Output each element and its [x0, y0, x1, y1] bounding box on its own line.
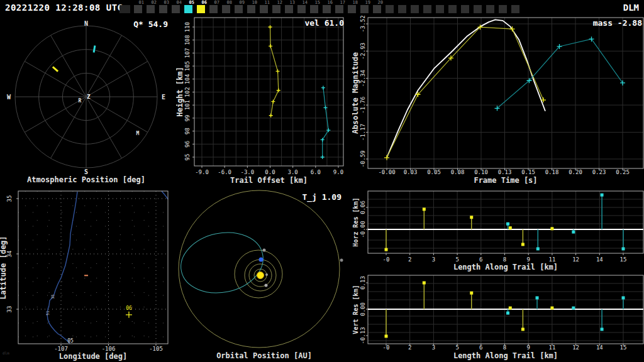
- y-tick-label: -1.17: [360, 124, 366, 141]
- camera-slot-10[interactable]: [247, 5, 255, 13]
- camera-slot-19[interactable]: [360, 5, 369, 13]
- camera-slot-08[interactable]: [222, 5, 230, 13]
- atmospheric-position-chart: NESWZRMQ* 54.9Atmospheric Position [deg]: [0, 16, 176, 189]
- series-site-05: [497, 39, 623, 108]
- x-tick-label: 0.18: [545, 169, 559, 175]
- camera-slot-blank[interactable]: [499, 5, 507, 13]
- camera-slot-11[interactable]: [260, 5, 268, 13]
- camera-slot-07[interactable]: [209, 5, 218, 13]
- camera-slot-01[interactable]: [134, 5, 142, 13]
- camera-slot-05[interactable]: [184, 5, 192, 13]
- azimuth-spoke: [86, 97, 148, 133]
- camera-slot-20[interactable]: [373, 5, 381, 13]
- x-tick-label: -106: [102, 346, 116, 352]
- status-bar: 20221220 12:28:08 UTC 010203040506070809…: [0, 0, 644, 16]
- azimuth-spoke: [86, 62, 148, 97]
- corner-note: dlm: [3, 351, 9, 355]
- camera-slot-blank[interactable]: [461, 5, 469, 13]
- data-point: [536, 296, 539, 299]
- camera-slot-06[interactable]: [197, 5, 205, 13]
- residuals-charts: -0235689111214150.06-0.00Length Along Tr…: [352, 185, 644, 362]
- groundtrack-map: 06053551-107-106-105353433Longitude [deg…: [0, 189, 176, 362]
- planet-mercury: [265, 273, 268, 276]
- camera-slot-blank[interactable]: [486, 5, 494, 13]
- x-tick-label: 8: [503, 344, 506, 351]
- camera-slot-18[interactable]: [348, 5, 356, 13]
- x-tick-label: 15: [620, 344, 627, 351]
- dlm-dashboard: { "topbar": { "timestamp": "20221220 12:…: [0, 0, 644, 362]
- camera-slot-blank[interactable]: [398, 5, 406, 13]
- y-tick-label: -0.59: [360, 150, 366, 167]
- camera-slot-blank[interactable]: [511, 5, 519, 13]
- camera-slot-label: 08: [223, 1, 232, 5]
- x-axis-label: Longitude [deg]: [59, 352, 127, 361]
- camera-slot-blank[interactable]: [386, 5, 394, 13]
- data-point: [321, 138, 325, 141]
- camera-slot-17[interactable]: [335, 5, 343, 13]
- camera-slot-label: 15: [311, 1, 320, 5]
- brand-label: DLM: [623, 3, 639, 13]
- meteor-trail-site-06: [53, 67, 58, 71]
- camera-slot-09[interactable]: [235, 5, 243, 13]
- map-tiny-label: 35: [50, 294, 55, 299]
- x-tick-label: 2: [408, 344, 411, 351]
- camera-slot-02[interactable]: [147, 5, 155, 13]
- data-point: [385, 334, 388, 337]
- y-tick-label: 0.00: [360, 302, 366, 316]
- station-label: 06: [126, 305, 132, 311]
- camera-slot-blank[interactable]: [436, 5, 444, 13]
- camera-slot-label: 18: [349, 1, 358, 5]
- river: [162, 191, 168, 199]
- x-tick-label: -9.0: [195, 169, 209, 175]
- x-tick-label: 12: [572, 256, 579, 263]
- x-tick-label: -6.0: [218, 169, 231, 175]
- x-tick-label: 14: [596, 344, 603, 351]
- panel-title: T_j 1.09: [302, 192, 341, 202]
- x-tick-label: 6: [479, 344, 482, 351]
- x-tick-label: 2: [408, 256, 411, 263]
- camera-slot-12[interactable]: [272, 5, 280, 13]
- data-point: [269, 114, 273, 118]
- camera-slot-blank[interactable]: [423, 5, 431, 13]
- y-tick-label: 102: [184, 87, 191, 97]
- azimuth-spoke: [25, 97, 86, 133]
- camera-slot-15[interactable]: [310, 5, 318, 13]
- camera-slot-14[interactable]: [297, 5, 306, 13]
- panel-title: mass -2.88: [593, 18, 642, 28]
- orbit-area: [176, 190, 343, 348]
- camera-slot-13[interactable]: [285, 5, 293, 13]
- data-point: [550, 227, 553, 230]
- camera-slot-blank[interactable]: [448, 5, 457, 13]
- y-tick-label: 0.13: [360, 276, 366, 290]
- panel-title: Q* 54.9: [133, 19, 168, 29]
- camera-slot-04[interactable]: [172, 5, 180, 13]
- x-tick-label: 0.23: [592, 169, 606, 175]
- data-point: [572, 231, 575, 234]
- camera-slot-blank[interactable]: [411, 5, 419, 13]
- groundtrack-panel: 06053551-107-106-105353433Longitude [deg…: [0, 189, 176, 362]
- x-axis-label: Orbital Position [AU]: [216, 351, 312, 360]
- orbital-position-chart: T_j 1.09Orbital Position [AU]: [176, 189, 352, 362]
- data-point: [423, 282, 426, 285]
- y-tick-label: -1.76: [360, 97, 366, 114]
- y-tick-label: -2.93: [360, 43, 366, 60]
- x-tick-label: 0.03: [404, 169, 418, 175]
- x-tick-label: 9: [526, 344, 530, 351]
- camera-slot-03[interactable]: [159, 5, 167, 13]
- x-axis-label: Frame Time [s]: [474, 176, 537, 185]
- radiant-label: R: [79, 98, 82, 104]
- orbital-position-panel: T_j 1.09Orbital Position [AU]: [176, 189, 352, 362]
- data-point: [521, 327, 525, 331]
- x-tick-label: 0.05: [427, 169, 441, 175]
- camera-slot-blank[interactable]: [119, 5, 130, 13]
- camera-slot-16[interactable]: [323, 5, 331, 13]
- camera-slot-blank[interactable]: [474, 5, 482, 13]
- camera-slot-label: 09: [236, 1, 245, 5]
- meteor-trail-site-05: [94, 46, 95, 53]
- map-tiny-label: 51: [45, 310, 50, 315]
- data-point: [572, 307, 575, 310]
- x-axis-label: Length Along Trail [km]: [453, 263, 558, 272]
- data-point: [470, 292, 473, 295]
- data-point: [321, 86, 325, 90]
- data-point: [536, 247, 540, 250]
